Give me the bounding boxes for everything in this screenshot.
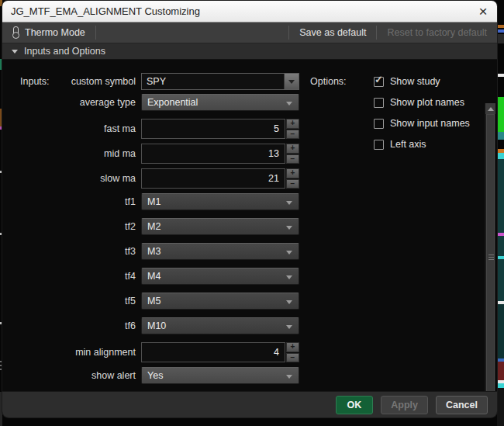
- fast-ma-stepper: +−: [286, 119, 299, 139]
- background-chart-sliver: [497, 25, 504, 28]
- mid-ma-input[interactable]: 13: [141, 144, 285, 164]
- tf5-value: M5: [147, 296, 161, 307]
- input-label-show-alert: show alert: [19, 370, 136, 381]
- checkmark-icon: ✓: [375, 74, 383, 85]
- close-icon[interactable]: ×: [474, 2, 492, 21]
- input-label-fast-ma: fast ma: [19, 123, 136, 134]
- increment-button[interactable]: +: [286, 144, 299, 154]
- dropdown-arrow-icon: [286, 201, 292, 205]
- background-chart-sliver: [497, 388, 504, 426]
- option-show-plot-names[interactable]: ✓Show plot names: [374, 96, 470, 109]
- form-row-tf1: tf1M1: [19, 193, 299, 210]
- decrement-button[interactable]: −: [286, 179, 299, 189]
- increment-button[interactable]: +: [286, 119, 299, 129]
- mid-ma-stepper: +−: [286, 144, 299, 164]
- thermo-mode-label: Thermo Mode: [25, 27, 85, 38]
- tf3-dropdown[interactable]: M3: [141, 243, 299, 260]
- custom-symbol-combobox[interactable]: SPY: [141, 73, 299, 90]
- min-alignment-input[interactable]: 4: [141, 342, 285, 362]
- form-row-custom-symbol: custom symbolSPY: [19, 73, 299, 90]
- dropdown-arrow-icon: [286, 251, 292, 255]
- ok-button[interactable]: OK: [336, 396, 374, 414]
- input-label-tf1: tf1: [19, 196, 136, 207]
- dropdown-button[interactable]: [284, 74, 299, 89]
- slow-ma-input[interactable]: 21: [141, 168, 285, 189]
- slow-ma-stepper: +−: [286, 168, 299, 189]
- scrollbar-grip-icon: [488, 255, 494, 261]
- background-chart-sliver: [497, 259, 504, 301]
- background-chart-sliver: [497, 159, 504, 233]
- options-list: ✓Show study✓Show plot names✓Show input n…: [374, 75, 470, 159]
- average-type-value: Exponential: [147, 97, 198, 108]
- thermometer-icon: [12, 26, 19, 39]
- increment-button[interactable]: +: [286, 168, 299, 178]
- tf3-value: M3: [147, 246, 161, 257]
- form-row-tf6: tf6M10: [19, 317, 299, 334]
- tf4-value: M4: [147, 271, 161, 282]
- thermo-mode-button[interactable]: Thermo Mode: [2, 23, 95, 43]
- background-chart-sliver: [497, 34, 504, 43]
- title-bar[interactable]: JG_MTF_EMA_ALIGNMENT Customizing ×: [2, 1, 497, 23]
- dropdown-arrow-icon: [286, 375, 292, 379]
- option-left-axis[interactable]: ✓Left axis: [374, 138, 470, 151]
- option-label: Show plot names: [390, 97, 464, 108]
- tf4-dropdown[interactable]: M4: [141, 268, 299, 285]
- decrement-button[interactable]: −: [286, 130, 299, 140]
- screen: JG_MTF_EMA_ALIGNMENT Customizing × Therm…: [0, 0, 504, 426]
- dialog-content: Inputs: custom symbolSPYaverage typeExpo…: [2, 61, 497, 391]
- option-show-study[interactable]: ✓Show study: [374, 75, 470, 88]
- scroll-up-icon: [488, 107, 494, 111]
- input-label-tf2: tf2: [19, 221, 136, 232]
- background-chart-sliver: [497, 236, 504, 256]
- form-row-min-alignment: min alignment4+−: [19, 342, 299, 362]
- dropdown-arrow-icon: [286, 325, 292, 329]
- input-label-custom-symbol: custom symbol: [19, 76, 136, 87]
- dropdown-arrow-icon: [286, 275, 292, 279]
- cancel-button[interactable]: Cancel: [436, 396, 488, 414]
- option-show-input-names[interactable]: ✓Show input names: [374, 117, 470, 130]
- form-row-fast-ma: fast ma5+−: [19, 119, 299, 139]
- tf6-dropdown[interactable]: M10: [141, 317, 299, 334]
- form-row-tf5: tf5M5: [19, 293, 299, 310]
- tf2-value: M2: [147, 221, 161, 232]
- form-row-slow-ma: slow ma21+−: [19, 168, 299, 189]
- reset-to-factory-default-button[interactable]: Reset to factory default: [377, 23, 497, 43]
- background-chart-sliver: [497, 97, 504, 132]
- dialog-toolbar: Thermo Mode Save as default Reset to fac…: [2, 23, 497, 43]
- show-plot-names-checkbox[interactable]: ✓: [374, 98, 384, 108]
- input-label-min-alignment: min alignment: [19, 347, 136, 358]
- tf6-value: M10: [147, 320, 166, 331]
- input-label-tf3: tf3: [19, 246, 136, 257]
- tf5-dropdown[interactable]: M5: [141, 293, 299, 310]
- option-label: Show input names: [390, 118, 470, 129]
- decrement-button[interactable]: −: [286, 353, 299, 363]
- window-title: JG_MTF_EMA_ALIGNMENT Customizing: [11, 5, 474, 17]
- fast-ma-input[interactable]: 5: [141, 119, 285, 139]
- decrement-button[interactable]: −: [286, 154, 299, 165]
- tf1-dropdown[interactable]: M1: [141, 193, 299, 210]
- show-study-checkbox[interactable]: ✓: [374, 77, 384, 87]
- tf2-dropdown[interactable]: M2: [141, 218, 299, 235]
- form-row-tf3: tf3M3: [19, 243, 299, 260]
- input-label-mid-ma: mid ma: [19, 148, 136, 159]
- average-type-dropdown[interactable]: Exponential: [141, 94, 299, 111]
- dropdown-arrow-icon: [286, 102, 292, 106]
- background-chart-sliver: [497, 74, 504, 77]
- show-input-names-checkbox[interactable]: ✓: [374, 119, 384, 129]
- left-axis-checkbox[interactable]: ✓: [374, 140, 384, 150]
- save-as-default-button[interactable]: Save as default: [289, 23, 376, 43]
- input-label-slow-ma: slow ma: [19, 173, 136, 184]
- custom-symbol-value[interactable]: SPY: [142, 74, 284, 89]
- apply-button[interactable]: Apply: [381, 396, 428, 414]
- vertical-scrollbar[interactable]: [485, 103, 495, 417]
- form-row-show-alert: show alertYes: [19, 367, 299, 384]
- input-label-tf4: tf4: [19, 271, 136, 282]
- input-label-tf6: tf6: [19, 320, 136, 331]
- form-row-average-type: average typeExponential: [19, 94, 299, 111]
- section-inputs-and-options[interactable]: Inputs and Options: [2, 43, 497, 60]
- scroll-up-button[interactable]: [485, 103, 495, 114]
- increment-button[interactable]: +: [286, 342, 299, 352]
- show-alert-dropdown[interactable]: Yes: [141, 367, 299, 384]
- background-chart-sliver: [497, 362, 504, 380]
- scrollbar-thumb[interactable]: [486, 114, 495, 401]
